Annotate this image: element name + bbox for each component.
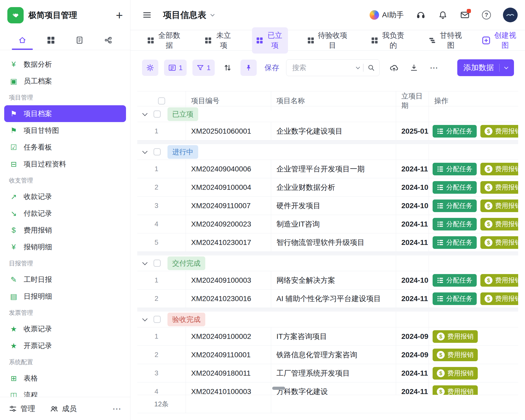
expense-claim-button[interactable]: $费用报销 <box>480 218 518 230</box>
field-config-button[interactable]: 1 <box>164 60 187 76</box>
expense-claim-button[interactable]: $费用报销 <box>433 330 478 343</box>
sidebar-more-button[interactable]: ⋯ <box>112 403 121 414</box>
assign-task-button[interactable]: 分配任务 <box>433 200 477 212</box>
sidebar-item[interactable]: ↘付款记录 <box>4 205 126 222</box>
expense-claim-button[interactable]: $费用报销 <box>480 125 518 138</box>
assign-task-button[interactable]: 分配任务 <box>433 218 477 230</box>
table-title-dropdown[interactable]: 项目信息表 <box>163 9 214 21</box>
sidebar-item[interactable]: ⚑项目甘特图 <box>4 122 126 139</box>
expense-claim-button[interactable]: $费用报销 <box>480 236 518 249</box>
view-tab[interactable]: 甘特视图 <box>425 27 467 54</box>
group-checkbox[interactable] <box>154 260 161 267</box>
sidebar-item[interactable]: ☑任务看板 <box>4 139 126 156</box>
download-button[interactable] <box>407 60 421 76</box>
grid-view-icon <box>205 37 212 44</box>
sidebar-item[interactable]: ¥数据分析 <box>4 56 126 73</box>
group-collapse-chevron[interactable] <box>142 149 148 154</box>
dollar-coin-icon: $ <box>485 220 492 228</box>
save-button[interactable]: 保存 <box>265 63 279 73</box>
select-all-checkbox[interactable] <box>158 97 165 104</box>
group-checkbox[interactable] <box>154 148 161 155</box>
notifications-bell-icon[interactable] <box>438 10 448 20</box>
gantt-view-icon <box>429 37 436 44</box>
nav-tab-home[interactable] <box>10 30 34 50</box>
assign-task-button[interactable]: 分配任务 <box>433 292 477 305</box>
expense-claim-button[interactable]: $费用报销 <box>480 200 518 212</box>
expense-claim-button[interactable]: $费用报销 <box>433 367 478 380</box>
view-settings-button[interactable] <box>142 60 158 76</box>
sidebar-item[interactable]: ⊞表格 <box>4 370 126 387</box>
expense-claim-button[interactable]: $费用报销 <box>480 274 518 287</box>
view-tab[interactable]: 全部数据 <box>143 27 185 54</box>
user-avatar[interactable] <box>503 8 518 22</box>
expense-claim-button[interactable]: $费用报销 <box>480 181 518 194</box>
search-divider <box>363 64 364 72</box>
sidebar-item[interactable]: ▣员工档案 <box>4 73 126 90</box>
sidebar-item[interactable]: ¥报销明细 <box>4 239 126 255</box>
project-code-cell: XM202410100003 <box>186 382 271 395</box>
row-number: 1 <box>153 165 160 173</box>
search-chevron-icon[interactable] <box>356 65 360 69</box>
sidebar-item[interactable]: ★开票记录 <box>4 337 126 354</box>
assign-task-button[interactable]: 分配任务 <box>433 236 477 249</box>
ai-assistant-button[interactable]: AI助手 <box>370 10 404 20</box>
sidebar-item[interactable]: ◫流程 <box>4 387 126 397</box>
sidebar-item[interactable]: ⊟项目过程资料 <box>4 156 126 172</box>
assign-task-button[interactable]: 分配任务 <box>433 181 477 194</box>
sidebar-item[interactable]: ▤日报明细 <box>4 288 126 305</box>
sidebar-item-label: 表格 <box>24 374 38 383</box>
sidebar-item[interactable]: ✎工时日报 <box>4 271 126 288</box>
dollar-coin-icon: $ <box>485 202 492 210</box>
filter-count: 1 <box>207 64 210 72</box>
members-button[interactable]: 成员 <box>50 404 77 414</box>
create-view-button[interactable]: 创建视图 <box>482 30 517 50</box>
expense-claim-button[interactable]: $费用报销 <box>433 349 478 361</box>
nav-tab-grid[interactable] <box>39 30 63 50</box>
sort-button[interactable] <box>220 60 235 76</box>
hamburger-menu-icon[interactable] <box>143 10 151 19</box>
add-data-button[interactable]: 添加数据 <box>457 59 514 76</box>
expense-claim-button[interactable]: $费用报销 <box>480 163 518 175</box>
add-workspace-button[interactable]: + <box>116 9 123 21</box>
help-icon[interactable]: ? <box>482 10 491 19</box>
project-code-cell: XM202409100002 <box>186 327 271 345</box>
nav-tab-document[interactable] <box>67 30 92 50</box>
sidebar-item-label: 费用报销 <box>24 225 52 235</box>
page-title: 项目信息表 <box>163 9 206 21</box>
group-collapse-chevron[interactable] <box>142 316 148 321</box>
view-tab[interactable]: 我负责的 <box>367 27 409 54</box>
action-label: 费用报销 <box>495 201 518 210</box>
view-tab[interactable]: 已立项 <box>252 27 288 54</box>
group-collapse-chevron[interactable] <box>142 260 148 265</box>
sidebar-item[interactable]: $费用报销 <box>4 222 126 239</box>
search-input[interactable] <box>292 64 357 72</box>
sidebar-item[interactable]: ★收票记录 <box>4 321 126 337</box>
assign-task-button[interactable]: 分配任务 <box>433 125 477 138</box>
assign-task-button[interactable]: 分配任务 <box>433 274 477 287</box>
group-checkbox[interactable] <box>154 316 161 323</box>
group-gap <box>137 140 518 144</box>
view-tab[interactable]: 未立项 <box>201 27 237 54</box>
support-headset-icon[interactable] <box>416 10 426 20</box>
sidebar-nav-tabs <box>0 30 130 50</box>
inbox-mail-icon[interactable] <box>460 10 470 20</box>
nav-tab-flow[interactable] <box>96 30 120 50</box>
add-data-chevron-icon[interactable] <box>504 65 508 69</box>
expense-claim-button[interactable]: $费用报销 <box>433 385 478 395</box>
manage-button[interactable]: 管理 <box>9 404 35 414</box>
sidebar-item[interactable]: ↗收款记录 <box>4 188 126 205</box>
assign-task-button[interactable]: 分配任务 <box>433 163 477 175</box>
sidebar-item[interactable]: ⚑项目档案 <box>4 105 126 122</box>
horizontal-scrollbar-thumb[interactable] <box>272 387 285 390</box>
search-box[interactable] <box>286 59 380 76</box>
search-icon[interactable] <box>367 64 375 72</box>
expense-claim-button[interactable]: $费用报销 <box>480 292 518 305</box>
table-row: 4XM202409200023制造业IT咨询2024-11分配任务$费用报销 <box>137 215 518 233</box>
group-checkbox[interactable] <box>154 111 161 118</box>
filter-button[interactable]: 1 <box>192 60 214 76</box>
upload-cloud-button[interactable] <box>387 60 401 76</box>
view-tab[interactable]: 待验收项目 <box>303 27 352 54</box>
pin-button[interactable] <box>240 60 257 76</box>
group-collapse-chevron[interactable] <box>142 111 148 116</box>
more-actions-button[interactable]: ⋯ <box>427 60 441 76</box>
